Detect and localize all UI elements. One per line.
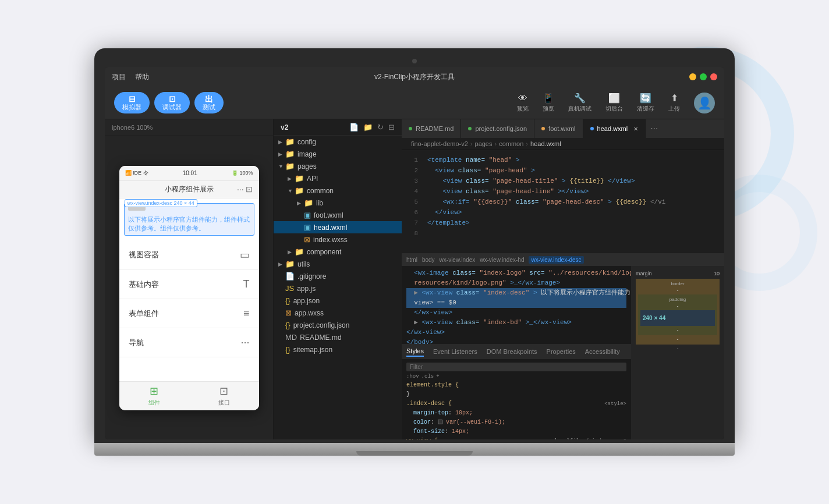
val-font-size: 14px; (452, 428, 469, 435)
win-btn-close[interactable] (710, 73, 717, 80)
tab-head-wxml[interactable]: head.wxml ✕ (583, 119, 646, 138)
laptop: 项目 帮助 v2-FinClip小程序开发工具 ⊟ 模拟器 (94, 48, 735, 456)
action-background[interactable]: ⬜ 切后台 (605, 93, 623, 113)
list-item-nav[interactable]: 导航 ··· (119, 328, 259, 357)
status-battery: 🔋 100% (232, 170, 253, 176)
list-item-basic[interactable]: 基础内容 T (119, 270, 259, 299)
selector-close-1: } (406, 391, 410, 397)
tree-item-pages[interactable]: ▼ 📁 pages (274, 160, 402, 172)
action-real-debug-label: 真机调试 (568, 105, 591, 113)
nav-api-icon: ⊡ (219, 385, 228, 397)
style-tab-events[interactable]: Event Listeners (433, 347, 477, 356)
tree-item-app-json[interactable]: {} app.json (274, 294, 402, 307)
path-html[interactable]: html (406, 257, 417, 263)
code-lines[interactable]: <template name= "head" > <view class= "p… (423, 150, 724, 253)
tab-close-head[interactable]: ✕ (633, 126, 638, 132)
style-filter-input[interactable] (406, 363, 626, 371)
tree-item-utils[interactable]: ▶ 📁 utils (274, 258, 402, 270)
breadcrumb-sep-1: › (470, 140, 473, 147)
list-item-view-container[interactable]: 视图容器 ▭ (119, 240, 259, 270)
html-line-8: </body> (406, 338, 626, 344)
file-icon-project-config: {} (285, 321, 290, 329)
html-attr-class-img: class= (452, 269, 476, 276)
style-tab-properties[interactable]: Properties (547, 347, 576, 356)
tree-item-head-wxml[interactable]: ▣ head.wxml (274, 221, 402, 233)
tab-debug[interactable]: ⊡ 调试器 (154, 92, 190, 114)
tab-project-config[interactable]: project.config.json (461, 119, 534, 138)
path-wx-view-index[interactable]: wx-view.index (440, 257, 476, 263)
menu-help[interactable]: 帮助 (135, 72, 149, 82)
file-icon-head-wxml: ▣ (304, 223, 311, 232)
html-arrow-bd: ▶ (414, 319, 418, 326)
ide-toolbar: ⊟ 模拟器 ⊡ 调试器 出 测试 👁 预览 (105, 87, 724, 119)
path-wx-view-desc[interactable]: wx-view.index-desc (529, 256, 583, 264)
path-body[interactable]: body (422, 257, 435, 263)
tab-simulate[interactable]: ⊟ 模拟器 (114, 92, 150, 114)
titlebar-menu: 项目 帮助 (112, 72, 149, 82)
tab-label-head: head.wxml (597, 125, 628, 132)
action-mobile-label: 预览 (543, 105, 554, 113)
style-tab-dom[interactable]: DOM Breakpoints (487, 347, 537, 356)
action-upload[interactable]: ⬆ 上传 (668, 93, 680, 113)
user-avatar[interactable]: 👤 (694, 93, 715, 113)
file-icon-app-js: JS (285, 284, 294, 293)
tree-item-index-wxss[interactable]: ⊠ index.wxss (274, 233, 402, 246)
tree-item-app-js[interactable]: JS app.js (274, 282, 402, 294)
html-tag-desc-gt: > (533, 289, 537, 296)
tree-item-config[interactable]: ▶ 📁 config (274, 136, 402, 148)
tree-item-common[interactable]: ▼ 📁 common (274, 184, 402, 197)
code-line-6: </view> (423, 207, 724, 218)
file-icon-readme: MD (285, 333, 297, 342)
path-wx-view-hd[interactable]: wx-view.index-hd (480, 257, 524, 263)
menu-project[interactable]: 项目 (112, 72, 126, 82)
action-real-debug[interactable]: 🔧 真机调试 (568, 93, 591, 113)
list-item-form[interactable]: 表单组件 ≡ (119, 299, 259, 328)
tree-item-component[interactable]: ▶ 📁 component (274, 246, 402, 258)
filetree-action-new-folder[interactable]: 📁 (363, 123, 373, 132)
editor-tabs: README.md project.config.json foot.wxml (402, 119, 724, 138)
win-btn-maximize[interactable] (700, 73, 707, 80)
tree-item-gitignore[interactable]: 📄 .gitignore (274, 270, 402, 282)
background-icon: ⬜ (608, 93, 620, 104)
tree-item-app-wxss[interactable]: ⊠ app.wxss (274, 307, 402, 319)
tab-test[interactable]: 出 测试 (194, 92, 224, 114)
avatar-icon: 👤 (697, 96, 712, 110)
html-attr-src: src= (529, 269, 544, 276)
filetree-action-refresh[interactable]: ↻ (377, 123, 384, 132)
box-model: margin 10 border - paddi (631, 266, 724, 356)
highlight-text: 以下将展示小程序官方组件能力，组件样式仅供参考。组件仅供参考。 (128, 215, 250, 233)
tree-item-api[interactable]: ▶ 📁 API (274, 172, 402, 184)
list-item-label-2: 基础内容 (129, 279, 159, 290)
action-mobile-preview[interactable]: 📱 预览 (543, 93, 554, 113)
action-clear-cache[interactable]: 🔄 清缓存 (637, 93, 654, 113)
html-tree[interactable]: <wx-image class= "index-logo" src= "../r… (402, 266, 631, 344)
tree-item-readme[interactable]: MD README.md (274, 331, 402, 343)
arrow-component: ▶ (288, 249, 295, 255)
filetree-action-collapse[interactable]: ⊟ (388, 123, 395, 132)
tree-item-image[interactable]: ▶ 📁 image (274, 148, 402, 160)
tree-item-project-config[interactable]: {} project.config.json (274, 319, 402, 331)
breadcrumb-3: common (499, 140, 523, 147)
style-tab-accessibility[interactable]: Accessibility (585, 347, 620, 356)
style-tab-styles[interactable]: Styles (406, 346, 424, 357)
attr-class-5: class= (516, 198, 539, 205)
code-line-3: <view class= "page-head-title" > {{title… (423, 176, 724, 186)
code-line-4: <view class= "page-head-line" ></view> (423, 186, 724, 197)
nav-item-api[interactable]: ⊡ 接口 (189, 382, 259, 410)
tree-item-lib[interactable]: ▶ 📁 lib (274, 197, 402, 209)
tab-readme[interactable]: README.md (402, 119, 461, 138)
nav-item-component[interactable]: ⊞ 组件 (119, 382, 189, 410)
selector-element: element.style { (406, 382, 459, 388)
phone-title-dots[interactable]: ··· ⊡ (237, 184, 253, 194)
win-btn-minimize[interactable] (689, 73, 696, 80)
html-arrow-expand: ▶ (414, 289, 418, 296)
tab-foot-wxml[interactable]: foot.wxml (534, 119, 583, 138)
action-preview[interactable]: 👁 预览 (517, 93, 529, 113)
filetree-root: v2 (281, 123, 288, 132)
tree-item-foot-wxml[interactable]: ▣ foot.wxml (274, 209, 402, 221)
folder-icon-image: 📁 (285, 150, 295, 158)
tabs-more-button[interactable]: ··· (646, 123, 663, 134)
tree-item-sitemap[interactable]: {} sitemap.json (274, 343, 402, 356)
filetree-action-new-file[interactable]: 📄 (349, 123, 359, 132)
styles-main: :hov .cls + element.style { (406, 363, 626, 436)
